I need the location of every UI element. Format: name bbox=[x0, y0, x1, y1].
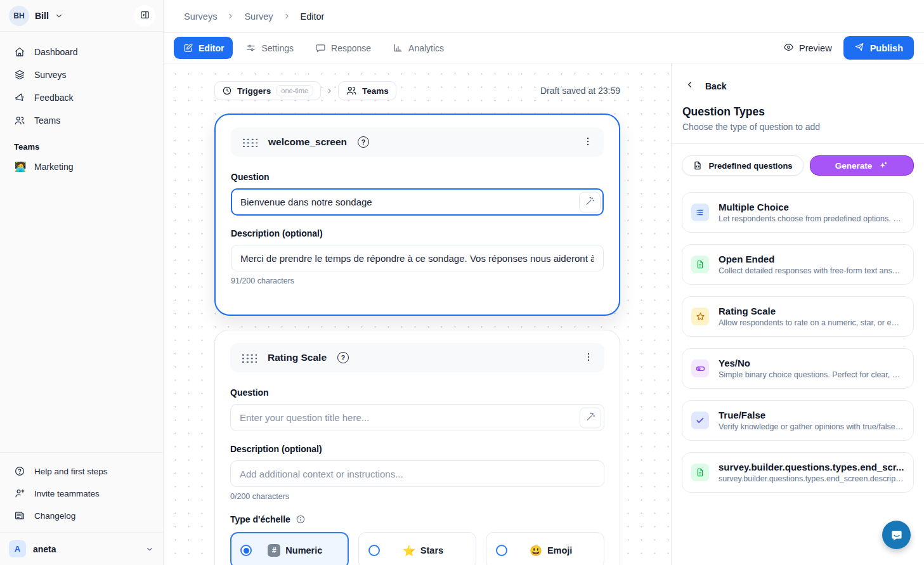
radio-button[interactable] bbox=[240, 545, 252, 556]
question-card-title: welcome_screen bbox=[268, 136, 347, 148]
question-type-card[interactable]: True/FalseVerify knowledge or gather opi… bbox=[682, 400, 914, 441]
scale-option-body: ⭐Stars bbox=[380, 545, 467, 557]
sidebar-collapse-button[interactable] bbox=[134, 5, 155, 27]
info-icon[interactable] bbox=[296, 514, 306, 524]
tab-label: Analytics bbox=[408, 43, 444, 53]
eye-icon bbox=[783, 42, 794, 55]
description-field-label: Description (optional) bbox=[230, 444, 604, 454]
ellipsis-vertical-icon bbox=[582, 136, 594, 149]
ai-rewrite-button[interactable] bbox=[579, 192, 601, 212]
teams-pill-label: Teams bbox=[362, 86, 389, 96]
breadcrumb-item[interactable]: Survey bbox=[244, 11, 273, 22]
chevron-down-icon bbox=[145, 545, 154, 554]
question-type-texts: True/FalseVerify knowledge or gather opi… bbox=[719, 410, 904, 431]
panel-collapse-icon bbox=[140, 10, 150, 22]
scale-emoji-icon: ⭐ bbox=[403, 545, 415, 557]
question-type-texts: Yes/NoSimple binary choice questions. Pe… bbox=[719, 358, 904, 379]
question-type-description: Collect detailed responses with free-for… bbox=[719, 266, 904, 275]
question-card-welcome-screen[interactable]: welcome_screen ? Question Des bbox=[214, 114, 620, 316]
chevron-right-icon bbox=[283, 12, 291, 20]
question-type-name: Yes/No bbox=[719, 358, 904, 368]
question-type-card[interactable]: Multiple ChoiceLet respondents choose fr… bbox=[682, 192, 914, 233]
editor-toolbar: EditorSettingsResponseAnalytics Preview … bbox=[164, 33, 924, 63]
scale-option-body: #Numeric bbox=[252, 544, 339, 557]
scale-emoji-icon: 😃 bbox=[530, 545, 542, 557]
radio-button[interactable] bbox=[496, 545, 507, 556]
question-type-description: Verify knowledge or gather opinions with… bbox=[719, 422, 904, 431]
sidebar-item-changelog[interactable]: Changelog bbox=[8, 505, 155, 527]
magic-wand-icon bbox=[585, 412, 596, 424]
one-time-badge: one-time bbox=[276, 85, 313, 96]
sidebar-item-feedback[interactable]: Feedback bbox=[8, 86, 155, 109]
question-title-input[interactable] bbox=[231, 188, 604, 216]
workspace-switcher[interactable]: BH Bill bbox=[0, 0, 163, 32]
triggers-button[interactable]: Triggers one-time bbox=[214, 81, 321, 100]
question-description-input[interactable] bbox=[230, 460, 604, 487]
scale-option-emoji[interactable]: 😃Emoji bbox=[486, 532, 604, 565]
radio-button[interactable] bbox=[368, 545, 380, 556]
sidebar: BH Bill DashboardSurveysFeedbackTeams Te… bbox=[0, 0, 164, 565]
chat-widget-icon bbox=[889, 528, 904, 543]
account-switcher[interactable]: A aneta bbox=[0, 532, 163, 565]
breadcrumb-item[interactable]: Surveys bbox=[184, 11, 217, 22]
question-type-card[interactable]: Open EndedCollect detailed responses wit… bbox=[682, 244, 914, 285]
breadcrumb: SurveysSurveyEditor bbox=[164, 0, 924, 33]
char-count: 0/200 characters bbox=[230, 492, 604, 501]
document-icon bbox=[691, 256, 709, 273]
teams-section-label: Teams bbox=[8, 136, 155, 155]
question-field-label: Question bbox=[231, 172, 604, 182]
question-type-texts: Open EndedCollect detailed responses wit… bbox=[719, 254, 904, 275]
sidebar-item-label: Help and first steps bbox=[34, 467, 108, 476]
scale-option-numeric[interactable]: #Numeric bbox=[230, 532, 349, 565]
tab-analytics[interactable]: Analytics bbox=[384, 37, 453, 59]
scale-option-stars[interactable]: ⭐Stars bbox=[358, 532, 477, 565]
sidebar-item-teams[interactable]: Teams bbox=[8, 109, 155, 132]
sidebar-item-dashboard[interactable]: Dashboard bbox=[8, 41, 155, 63]
question-type-card[interactable]: Yes/NoSimple binary choice questions. Pe… bbox=[682, 348, 914, 389]
question-type-card[interactable]: Rating ScaleAllow respondents to rate on… bbox=[682, 296, 914, 337]
predefined-questions-button[interactable]: Predefined questions bbox=[682, 155, 804, 176]
char-count: 91/200 characters bbox=[231, 276, 604, 285]
question-type-name: Open Ended bbox=[719, 254, 904, 264]
account-avatar: A bbox=[9, 540, 26, 557]
scale-option-body: 😃Emoji bbox=[507, 545, 594, 557]
ellipsis-vertical-icon bbox=[583, 351, 594, 365]
more-options-button[interactable] bbox=[582, 136, 594, 149]
question-description-input[interactable] bbox=[231, 245, 604, 271]
question-type-texts: survey.builder.questions.types.end_scr..… bbox=[719, 462, 904, 483]
survey-canvas: Triggers one-time Teams Draft saved at 2… bbox=[164, 63, 671, 565]
publish-button[interactable]: Publish bbox=[843, 36, 914, 60]
question-title-input[interactable] bbox=[230, 404, 604, 431]
question-type-name: Rating Scale bbox=[719, 306, 904, 316]
breadcrumb-item[interactable]: Editor bbox=[301, 11, 325, 22]
teams-button[interactable]: Teams bbox=[338, 81, 396, 100]
ai-rewrite-button[interactable] bbox=[580, 407, 601, 428]
generate-button[interactable]: Generate bbox=[810, 155, 914, 176]
description-field-label: Description (optional) bbox=[231, 228, 604, 238]
drag-handle-icon[interactable] bbox=[241, 137, 257, 147]
sidebar-item-help-and-first-steps[interactable]: Help and first steps bbox=[8, 460, 155, 483]
sidebar-item-surveys[interactable]: Surveys bbox=[8, 63, 155, 86]
drag-handle-icon[interactable] bbox=[240, 353, 257, 363]
preview-button[interactable]: Preview bbox=[783, 42, 832, 55]
help-icon[interactable]: ? bbox=[358, 136, 369, 148]
users-icon bbox=[14, 115, 26, 127]
back-button[interactable]: Back bbox=[685, 80, 911, 92]
help-icon[interactable]: ? bbox=[337, 352, 349, 363]
sidebar-team-marketing[interactable]: 🧑‍💻Marketing bbox=[8, 155, 155, 178]
sidebar-item-invite-teammates[interactable]: Invite teammates bbox=[8, 483, 155, 505]
workspace-name: Bill bbox=[35, 11, 49, 21]
question-type-card[interactable]: survey.builder.questions.types.end_scr..… bbox=[682, 452, 914, 493]
tab-response[interactable]: Response bbox=[306, 37, 380, 59]
list-icon bbox=[691, 204, 709, 221]
keycap-icon: # bbox=[268, 544, 280, 557]
more-options-button[interactable] bbox=[583, 351, 594, 365]
question-card-rating-scale[interactable]: Rating Scale ? Question Descr bbox=[214, 330, 620, 565]
pencil-square-icon bbox=[183, 42, 193, 53]
chat-widget-button[interactable] bbox=[882, 521, 911, 549]
tab-label: Settings bbox=[261, 43, 294, 53]
question-type-description: Allow respondents to rate on a numeric, … bbox=[719, 318, 904, 327]
preview-label: Preview bbox=[799, 43, 832, 53]
tab-editor[interactable]: Editor bbox=[174, 37, 233, 59]
tab-settings[interactable]: Settings bbox=[237, 37, 303, 59]
